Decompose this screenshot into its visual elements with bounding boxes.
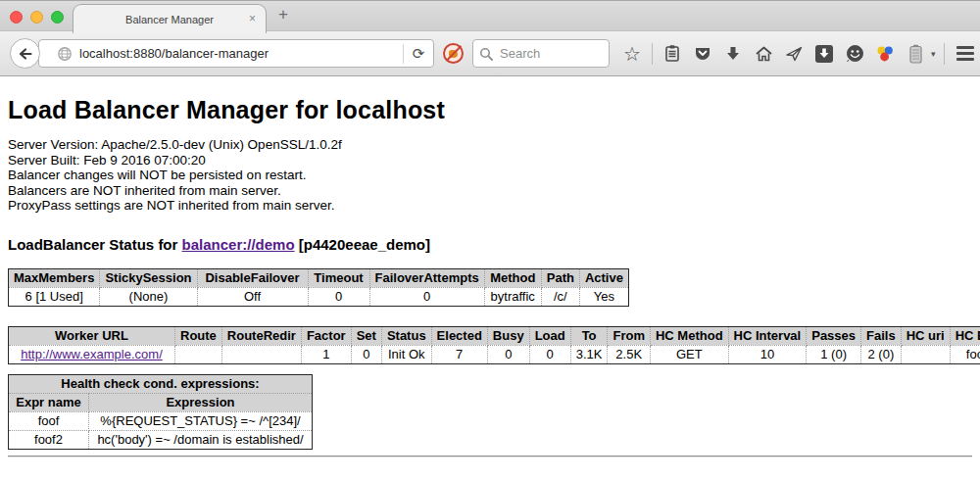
- tab-bar: Balancer Manager × +: [0, 0, 980, 31]
- download-icon[interactable]: [722, 43, 744, 65]
- col-path: Path: [541, 268, 579, 287]
- cell-from: 2.5K: [608, 345, 651, 363]
- color-dots-icon[interactable]: [874, 43, 896, 65]
- toolbar-divider: [652, 43, 653, 65]
- menu-icon[interactable]: [956, 46, 974, 61]
- new-tab-button[interactable]: +: [278, 5, 288, 24]
- addon-download-square: [815, 45, 833, 63]
- cell-routeredir: [221, 345, 301, 363]
- browser-tab[interactable]: Balancer Manager ×: [73, 4, 267, 33]
- cell-passes: 1 (0): [807, 345, 861, 363]
- col-active: Active: [579, 268, 628, 287]
- reload-icon[interactable]: ⟳: [404, 45, 433, 63]
- cell-route: [175, 345, 222, 363]
- col-fails: Fails: [861, 326, 902, 345]
- table-row: foof %{REQUEST_STATUS} =~ /^[234]/: [9, 411, 313, 430]
- cell-factor: 1: [301, 345, 351, 363]
- server-info: Server Version: Apache/2.5.0-dev (Unix) …: [8, 137, 972, 214]
- toolbar-divider: [944, 43, 945, 65]
- search-bar[interactable]: [472, 39, 610, 68]
- url-input[interactable]: localhost:8880/balancer-manager: [79, 46, 403, 61]
- col-timeout: Timeout: [308, 268, 369, 287]
- clipboard-icon[interactable]: [662, 43, 683, 65]
- col-hc-interval: HC Interval: [728, 326, 807, 345]
- back-button[interactable]: [10, 38, 40, 69]
- balancer-demo-link[interactable]: balancer://demo: [182, 236, 295, 253]
- home-icon[interactable]: [753, 43, 774, 65]
- col-routeredir: RouteRedir: [221, 326, 301, 345]
- col-to: To: [570, 326, 608, 345]
- col-status: Status: [381, 326, 431, 345]
- tab-close-icon[interactable]: ×: [249, 13, 256, 24]
- cell-to: 3.1K: [570, 345, 608, 363]
- zoom-window-button[interactable]: [51, 11, 64, 24]
- search-input[interactable]: [498, 45, 586, 62]
- hc-table-title: Health check cond. expressions:: [9, 374, 313, 393]
- col-expression: Expression: [89, 393, 313, 411]
- col-busy: Busy: [487, 326, 529, 345]
- cell-worker-url: http://www.example.com/: [9, 345, 175, 363]
- col-failoverattempts: FailoverAttempts: [369, 268, 484, 287]
- chevron-down-icon[interactable]: ▾: [931, 49, 936, 59]
- bookmark-star-icon[interactable]: ☆: [621, 43, 643, 65]
- download-arrow-glyph: [724, 45, 742, 63]
- page-content: Load Balancer Manager for localhost Serv…: [0, 96, 980, 457]
- clipboard-glyph: [663, 44, 681, 63]
- balancers-note-line: Balancers are NOT inherited from main se…: [8, 183, 972, 199]
- balancer-summary-table: MaxMembers StickySession DisableFailover…: [8, 268, 629, 307]
- battery-icon[interactable]: [905, 43, 926, 65]
- cell-failoverattempts: 0: [369, 287, 484, 306]
- close-window-button[interactable]: [10, 11, 23, 24]
- col-hc-uri: HC uri: [901, 326, 950, 345]
- col-expr-name: Expr name: [9, 393, 89, 411]
- navigation-toolbar: localhost:8880/balancer-manager ⟳ ☆: [0, 31, 980, 76]
- minimize-window-button[interactable]: [30, 11, 43, 24]
- chat-smiley-icon[interactable]: [844, 43, 865, 65]
- persist-note-line: Balancer changes will NOT be persisted o…: [8, 168, 972, 183]
- col-from: From: [608, 326, 651, 345]
- tab-title: Balancer Manager: [125, 14, 214, 25]
- url-bar[interactable]: localhost:8880/balancer-manager ⟳: [38, 39, 434, 68]
- server-built-line: Server Built: Feb 9 2016 07:00:20: [8, 153, 972, 168]
- status-heading-suffix: [p4420eeae_demo]: [299, 236, 430, 253]
- cell-expr-name: foof2: [9, 430, 89, 449]
- cell-fails: 2 (0): [861, 345, 902, 363]
- cell-expression: %{REQUEST_STATUS} =~ /^[234]/: [89, 411, 313, 430]
- table-header-row: MaxMembers StickySession DisableFailover…: [9, 268, 629, 287]
- col-method: Method: [484, 268, 541, 287]
- addon-download-icon[interactable]: [813, 43, 835, 65]
- bottom-divider: [8, 456, 972, 457]
- search-icon: [479, 47, 493, 61]
- cell-active: Yes: [579, 287, 628, 306]
- cell-elected: 7: [431, 345, 487, 363]
- site-globe-icon: [57, 46, 73, 62]
- cell-load: 0: [529, 345, 570, 363]
- pocket-icon[interactable]: [692, 43, 713, 65]
- cell-expr-name: foof: [9, 411, 89, 430]
- col-hc-method: HC Method: [650, 326, 728, 345]
- status-heading: LoadBalancer Status for balancer://demo …: [8, 236, 972, 253]
- page-title: Load Balancer Manager for localhost: [8, 96, 972, 124]
- cell-status: Init Ok: [381, 345, 431, 363]
- cell-stickysession: (None): [100, 287, 197, 306]
- battery-glyph: [909, 44, 922, 64]
- col-worker-url: Worker URL: [9, 326, 175, 345]
- worker-url-link[interactable]: http://www.example.com/: [21, 347, 163, 361]
- status-heading-prefix: LoadBalancer Status for: [8, 236, 177, 253]
- send-plane-icon[interactable]: [783, 43, 805, 65]
- col-disablefailover: DisableFailover: [197, 268, 308, 287]
- cell-hc-interval: 10: [728, 345, 807, 363]
- cell-hc-uri: [901, 345, 950, 363]
- col-maxmembers: MaxMembers: [9, 268, 100, 287]
- cell-hc-expr: foof2: [950, 345, 980, 363]
- server-version-line: Server Version: Apache/2.5.0-dev (Unix) …: [8, 137, 972, 153]
- cell-method: bytraffic: [484, 287, 541, 306]
- col-elected: Elected: [431, 326, 487, 345]
- table-row: 6 [1 Used] (None) Off 0 0 bytraffic /c/ …: [9, 287, 629, 306]
- col-stickysession: StickySession: [100, 268, 197, 287]
- navbar-right-group: [944, 43, 980, 65]
- table-header-row: Expr name Expression: [9, 393, 313, 411]
- cell-expression: hc('body') =~ /domain is established/: [89, 430, 313, 449]
- plugin-blocked-icon[interactable]: [443, 43, 464, 64]
- window-controls: [10, 11, 64, 24]
